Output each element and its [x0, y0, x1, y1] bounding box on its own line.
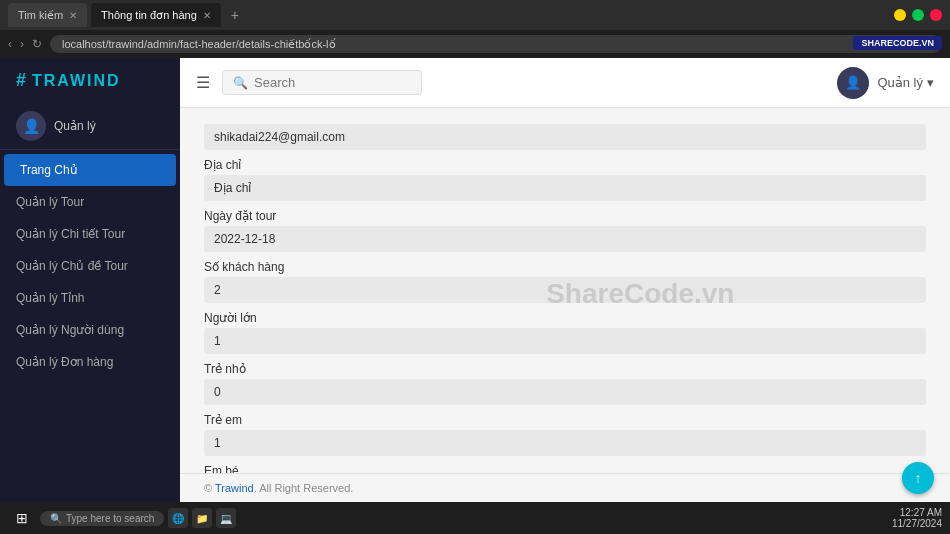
taskbar-icon-2[interactable]: 📁: [192, 508, 212, 528]
sidebar-item-don-hang[interactable]: Quản lý Đơn hàng: [0, 346, 180, 378]
address-value: Địa chỉ: [204, 175, 926, 201]
tab-2[interactable]: Thông tin đơn hàng ✕: [91, 3, 221, 27]
minimize-button[interactable]: [894, 9, 906, 21]
sidebar-item-quan-ly-tour[interactable]: Quản lý Tour: [0, 186, 180, 218]
field-em-be: Em bé 0: [204, 464, 926, 473]
taskbar-time: 12:27 AM: [892, 507, 942, 518]
address-label: Địa chỉ: [204, 158, 926, 172]
sidebar-item-tinh[interactable]: Quản lý Tỉnh: [0, 282, 180, 314]
nguoi-lon-value: 1: [204, 328, 926, 354]
field-email: shikadai224@gmail.com: [204, 124, 926, 150]
sidebar-user: 👤 Quản lý: [0, 103, 180, 150]
sidebar-item-chu-de-tour[interactable]: Quản lý Chủ đề Tour: [0, 250, 180, 282]
address-input[interactable]: [50, 35, 942, 53]
sidebar-nav: Trang Chủ Quản lý Tour Quản lý Chi tiết …: [0, 154, 180, 378]
taskbar: ⊞ 🔍 Type here to search 🌐 📁 💻 12:27 AM 1…: [0, 502, 950, 534]
main-area: ☰ 🔍 👤 Quản lý ▾ shikadai224@gmail.com Đị…: [180, 58, 950, 502]
field-tre-em: Trẻ em 1: [204, 413, 926, 456]
sidebar-item-chi-tiet-tour[interactable]: Quản lý Chi tiết Tour: [0, 218, 180, 250]
dropdown-arrow-icon: ▾: [927, 75, 934, 90]
logo: # TRAWIND: [0, 58, 180, 103]
reload-icon[interactable]: ↻: [32, 37, 42, 51]
tre-nho-value: 0: [204, 379, 926, 405]
avatar: 👤: [16, 111, 46, 141]
field-ngay-dat: Ngày đặt tour 2022-12-18: [204, 209, 926, 252]
content-area: shikadai224@gmail.com Địa chỉ Địa chỉ Ng…: [180, 108, 950, 473]
tre-em-label: Trẻ em: [204, 413, 926, 427]
address-bar: ‹ › ↻ SHARECODE.VN: [0, 30, 950, 58]
taskbar-icon-1[interactable]: 🌐: [168, 508, 188, 528]
back-icon[interactable]: ‹: [8, 37, 12, 51]
tab-1[interactable]: Tim kiếm ✕: [8, 3, 87, 27]
ngay-dat-label: Ngày đặt tour: [204, 209, 926, 223]
footer-link[interactable]: Trawind: [215, 482, 254, 494]
scroll-top-button[interactable]: ↑: [902, 462, 934, 494]
tab-1-close[interactable]: ✕: [69, 10, 77, 21]
taskbar-search-label: Type here to search: [66, 513, 154, 524]
tre-nho-label: Trẻ nhỏ: [204, 362, 926, 376]
sidebar-item-trang-chu[interactable]: Trang Chủ: [4, 154, 176, 186]
taskbar-date: 11/27/2024: [892, 518, 942, 529]
field-nguoi-lon: Người lớn 1: [204, 311, 926, 354]
taskbar-search-icon: 🔍: [50, 513, 62, 524]
field-tre-nho: Trẻ nhỏ 0: [204, 362, 926, 405]
search-icon: 🔍: [233, 76, 248, 90]
sidebar: # TRAWIND 👤 Quản lý Trang Chủ Quản lý To…: [0, 58, 180, 502]
email-value: shikadai224@gmail.com: [204, 124, 926, 150]
logo-hash: #: [16, 70, 26, 91]
tab-1-label: Tim kiếm: [18, 9, 63, 22]
sidebar-item-nguoi-dung[interactable]: Quản lý Người dùng: [0, 314, 180, 346]
user-dropdown[interactable]: Quản lý ▾: [877, 75, 934, 90]
close-button[interactable]: [930, 9, 942, 21]
nguoi-lon-label: Người lớn: [204, 311, 926, 325]
logo-text: TRAWIND: [32, 72, 121, 90]
user-avatar: 👤: [837, 67, 869, 99]
em-be-label: Em bé: [204, 464, 926, 473]
maximize-button[interactable]: [912, 9, 924, 21]
new-tab-button[interactable]: +: [225, 7, 245, 23]
username-label: Quản lý: [54, 119, 96, 133]
topbar: ☰ 🔍 👤 Quản lý ▾: [180, 58, 950, 108]
footer: © Trawind. All Right Reserved.: [180, 473, 950, 502]
menu-icon[interactable]: ☰: [196, 73, 210, 92]
tab-2-label: Thông tin đơn hàng: [101, 9, 197, 22]
tab-2-close[interactable]: ✕: [203, 10, 211, 21]
footer-text: © Trawind. All Right Reserved.: [204, 482, 353, 494]
user-controls: 👤 Quản lý ▾: [837, 67, 934, 99]
window-controls: [894, 9, 942, 21]
field-address: Địa chỉ Địa chỉ: [204, 158, 926, 201]
field-so-khach: Số khách hàng 2: [204, 260, 926, 303]
search-input[interactable]: [254, 75, 411, 90]
forward-icon[interactable]: ›: [20, 37, 24, 51]
taskbar-clock: 12:27 AM 11/27/2024: [892, 507, 942, 529]
app-layout: # TRAWIND 👤 Quản lý Trang Chủ Quản lý To…: [0, 58, 950, 502]
user-label: Quản lý: [877, 75, 923, 90]
ngay-dat-value: 2022-12-18: [204, 226, 926, 252]
taskbar-icon-3[interactable]: 💻: [216, 508, 236, 528]
browser-chrome: Tim kiếm ✕ Thông tin đơn hàng ✕ +: [0, 0, 950, 30]
search-box[interactable]: 🔍: [222, 70, 422, 95]
start-button[interactable]: ⊞: [8, 510, 36, 526]
so-khach-value: 2: [204, 277, 926, 303]
taskbar-search[interactable]: 🔍 Type here to search: [40, 511, 164, 526]
so-khach-label: Số khách hàng: [204, 260, 926, 274]
tre-em-value: 1: [204, 430, 926, 456]
sharecode-logo: SHARECODE.VN: [861, 38, 934, 48]
